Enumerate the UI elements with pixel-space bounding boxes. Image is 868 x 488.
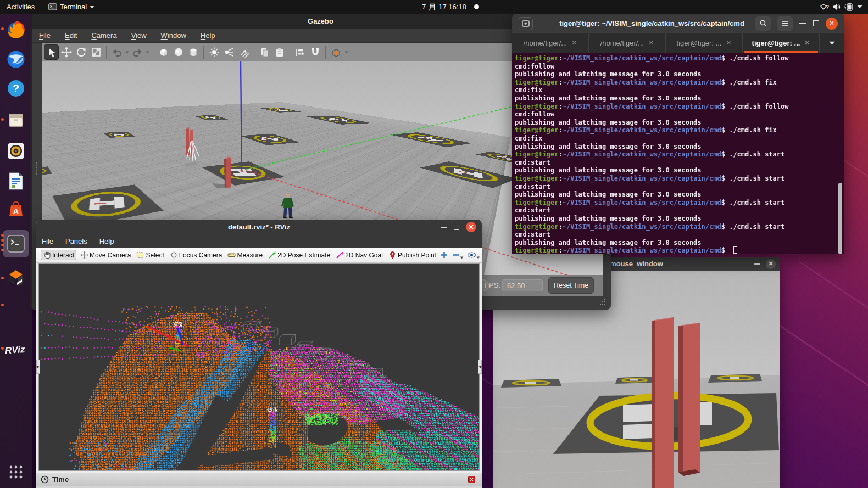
- close-button[interactable]: ✕: [466, 222, 476, 232]
- redo-icon[interactable]: [130, 44, 144, 60]
- tool-2d-nav-goal[interactable]: 2D Nav Goal: [334, 250, 385, 260]
- copy-icon[interactable]: [257, 44, 272, 60]
- clock[interactable]: 7 17 16:18: [422, 0, 466, 14]
- sphere-icon[interactable]: [171, 44, 186, 60]
- activities-button[interactable]: Activities: [7, 0, 35, 14]
- dropdown-arrow[interactable]: [476, 256, 480, 259]
- menu-button[interactable]: [777, 16, 793, 31]
- new-tab-button[interactable]: [519, 17, 533, 30]
- terminal-titlebar[interactable]: tiger@tiger: ~/VISIM_single/catkin_ws/sr…: [512, 14, 844, 33]
- menu-edit[interactable]: Edit: [65, 31, 77, 40]
- tab-close-icon[interactable]: ✕: [726, 39, 731, 47]
- dock-item-rviz[interactable]: RViz: [0, 335, 32, 363]
- translate-tool-icon[interactable]: [59, 44, 74, 60]
- red-pillar-left: [652, 317, 674, 488]
- dock-item-terminal[interactable]: [0, 230, 32, 257]
- dock-item-show-applications[interactable]: [0, 458, 32, 486]
- select-tool-icon[interactable]: [44, 44, 59, 60]
- pointcloud-canvas: [39, 264, 479, 470]
- svg-text:?: ?: [13, 82, 19, 94]
- menu-help[interactable]: Help: [201, 31, 215, 40]
- cylinder-icon[interactable]: [186, 44, 201, 60]
- paste-icon[interactable]: [272, 44, 287, 60]
- tool-properties-button[interactable]: [467, 251, 480, 259]
- svg-text:?: ?: [826, 4, 829, 10]
- tab-close-icon[interactable]: ✕: [571, 39, 577, 47]
- reset-time-button[interactable]: Reset Time: [548, 277, 594, 294]
- firefox-icon: [6, 20, 26, 40]
- scale-tool-icon[interactable]: [88, 44, 103, 60]
- running-indicator: [1, 118, 4, 121]
- menu-file[interactable]: File: [42, 237, 53, 245]
- minimize-button[interactable]: [754, 263, 760, 265]
- dock-item-thunderbird[interactable]: [0, 46, 32, 73]
- minimize-button[interactable]: [441, 227, 447, 228]
- undo-icon[interactable]: [109, 44, 124, 60]
- align-icon[interactable]: [293, 44, 308, 60]
- menu-file[interactable]: File: [39, 31, 51, 40]
- terminal-tab[interactable]: tiger@tiger: ...✕: [666, 33, 743, 53]
- terminal-tabbar: /home/tiger/...✕/home/tiger/...✕tiger@ti…: [512, 33, 844, 53]
- tool-measure[interactable]: Measure: [226, 250, 264, 260]
- tool-publish-point[interactable]: Publish Point: [387, 250, 438, 260]
- menu-window[interactable]: Window: [161, 31, 186, 40]
- dock-item-files[interactable]: [0, 106, 32, 134]
- spot-light-icon[interactable]: [221, 44, 236, 60]
- collapse-right-panel-button[interactable]: ◀: [478, 360, 482, 374]
- system-tray[interactable]: ?: [820, 0, 863, 14]
- search-button[interactable]: [755, 16, 771, 31]
- rotate-tool-icon[interactable]: [74, 44, 88, 60]
- dock-item-gazebo[interactable]: [0, 265, 32, 293]
- dropdown-arrow[interactable]: [124, 44, 130, 60]
- ubuntu-software-icon: A: [7, 200, 25, 218]
- terminal-tab-active[interactable]: tiger@tiger: ...✕: [743, 33, 820, 53]
- dock-item-ubuntu-software[interactable]: A: [0, 195, 32, 223]
- close-button[interactable]: ✕: [826, 18, 838, 30]
- svg-text:RViz: RViz: [4, 344, 25, 356]
- terminal-output[interactable]: tiger@tiger:~/VISIM_single/catkin_ws/src…: [512, 53, 844, 254]
- toolbar-separator: [325, 46, 326, 59]
- terminal-tab[interactable]: /home/tiger/...✕: [512, 33, 589, 53]
- dock-item-rhythmbox[interactable]: [0, 137, 32, 165]
- terminal-tab[interactable]: /home/tiger/...✕: [589, 33, 666, 53]
- maximize-button[interactable]: [813, 20, 819, 26]
- maximize-button[interactable]: [454, 225, 459, 230]
- tool-select[interactable]: Select: [135, 250, 165, 260]
- app-menu[interactable]: Terminal: [48, 0, 94, 14]
- dropdown-arrow[interactable]: [460, 256, 464, 259]
- close-button[interactable]: ✕: [766, 259, 776, 269]
- insert-model-icon[interactable]: [329, 44, 343, 60]
- tool-move-camera[interactable]: Move Camera: [79, 250, 132, 260]
- tab-close-icon[interactable]: ✕: [804, 39, 810, 47]
- point-light-icon[interactable]: [207, 44, 221, 60]
- box-icon[interactable]: [156, 44, 171, 60]
- terminal-line: publishing and latching message for 3.0 …: [515, 94, 702, 102]
- menu-view[interactable]: View: [131, 31, 147, 40]
- dock-item-unknown-app[interactable]: [0, 292, 32, 319]
- menu-panels[interactable]: Panels: [65, 237, 87, 245]
- tab-list-dropdown[interactable]: [820, 33, 844, 53]
- dropdown-arrow[interactable]: [144, 44, 150, 60]
- tool-interact[interactable]: Interact: [41, 250, 76, 260]
- snap-icon[interactable]: [308, 44, 322, 60]
- tool-2d-pose-estimate[interactable]: 2D Pose Estimate: [266, 250, 332, 260]
- dock-item-help[interactable]: ?: [0, 75, 32, 102]
- menu-help[interactable]: Help: [99, 237, 114, 245]
- add-tool-button[interactable]: [440, 251, 448, 259]
- rviz-3d-view[interactable]: [38, 263, 480, 471]
- menu-camera[interactable]: Camera: [91, 31, 116, 40]
- dropdown-arrow[interactable]: [343, 44, 349, 60]
- dock-item-firefox[interactable]: [0, 16, 32, 43]
- resize-grip[interactable]: [599, 299, 607, 306]
- tab-close-icon[interactable]: ✕: [648, 39, 654, 47]
- collapse-left-panel-button[interactable]: ▶: [36, 360, 40, 374]
- distant-helipad: [615, 377, 654, 384]
- scrollbar-thumb[interactable]: [838, 183, 842, 254]
- tool-focus-camera[interactable]: Focus Camera: [168, 250, 224, 260]
- rviz-titlebar[interactable]: default.rviz* - RViz ✕: [36, 220, 482, 234]
- time-panel-close-button[interactable]: ✕: [468, 476, 475, 483]
- remove-tool-button[interactable]: [452, 251, 464, 259]
- directional-light-icon[interactable]: [236, 44, 251, 60]
- dock-item-libreoffice-writer[interactable]: [0, 167, 32, 195]
- minimize-button[interactable]: [799, 23, 806, 24]
